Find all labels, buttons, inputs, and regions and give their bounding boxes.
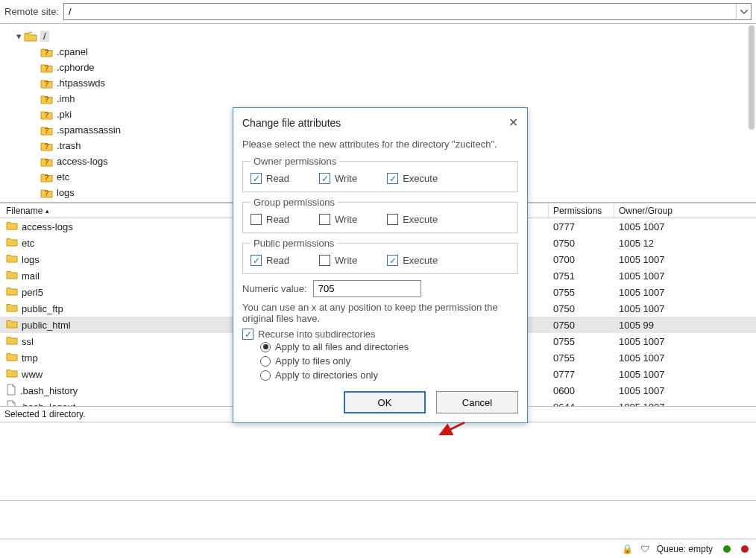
svg-text:?: ? xyxy=(44,80,48,88)
group-execute-checkbox[interactable]: Execute xyxy=(387,214,438,225)
tree-root-row[interactable]: ▾ / xyxy=(3,28,753,44)
ok-button[interactable]: OK xyxy=(344,391,426,413)
file-owner: 1005 1007 xyxy=(614,385,756,396)
tree-item-label: etc xyxy=(57,171,69,183)
file-icon xyxy=(6,400,16,407)
remote-path-dropdown-button[interactable] xyxy=(736,4,751,19)
group-read-checkbox[interactable]: Read xyxy=(251,214,289,225)
unknown-folder-icon: ? xyxy=(40,47,54,57)
apply-dirs-radio[interactable]: Apply to directories only xyxy=(242,368,518,382)
owner-read-checkbox[interactable]: Read xyxy=(251,173,289,184)
apply-all-radio[interactable]: Apply to all files and directories xyxy=(242,340,518,354)
folder-icon xyxy=(6,302,18,314)
cancel-button[interactable]: Cancel xyxy=(436,391,518,413)
tree-item-label: .cpanel xyxy=(57,46,88,57)
file-owner: 1005 1007 xyxy=(614,352,756,364)
svg-text:?: ? xyxy=(44,111,48,119)
tree-item[interactable]: ?.imh xyxy=(3,91,753,107)
svg-text:?: ? xyxy=(44,64,48,72)
tree-item-label: .cphorde xyxy=(57,62,95,73)
file-owner: 1005 1007 xyxy=(614,303,756,314)
tree-item[interactable]: ?.cpanel xyxy=(3,44,753,60)
folder-icon xyxy=(6,335,18,347)
column-header-permissions[interactable]: Permissions xyxy=(549,203,614,218)
file-owner: 1005 1007 xyxy=(614,254,756,265)
folder-icon xyxy=(6,352,18,364)
tree-item[interactable]: ?.htpasswds xyxy=(3,75,753,91)
folder-icon xyxy=(6,368,18,380)
file-owner: 1005 99 xyxy=(614,320,756,331)
scrollbar-thumb[interactable] xyxy=(749,25,755,130)
tree-item[interactable]: ?.cphorde xyxy=(3,60,753,75)
remote-path-combo[interactable] xyxy=(63,3,752,20)
file-permissions: 0750 xyxy=(549,238,614,249)
tree-item-label: access-logs xyxy=(57,156,108,167)
file-owner: 1005 12 xyxy=(614,238,756,249)
folder-icon xyxy=(6,221,18,232)
public-execute-checkbox[interactable]: Execute xyxy=(387,255,438,266)
shield-icon: 🛡 xyxy=(640,544,649,554)
transfer-queue-area xyxy=(0,422,756,501)
file-owner: 1005 1007 xyxy=(614,270,756,282)
tree-item-label: .imh xyxy=(57,93,75,104)
numeric-value-input[interactable] xyxy=(313,280,421,297)
close-icon[interactable]: ✕ xyxy=(508,115,518,130)
file-name: logs xyxy=(22,254,40,265)
file-permissions: 0755 xyxy=(549,287,614,298)
file-permissions: 0700 xyxy=(549,254,614,265)
svg-text:?: ? xyxy=(44,158,48,166)
file-name: public_ftp xyxy=(22,303,63,314)
file-owner: 1005 1007 xyxy=(614,402,756,407)
folder-icon xyxy=(6,237,18,249)
tree-root-label: / xyxy=(40,31,49,42)
folder-icon xyxy=(6,286,18,298)
owner-execute-checkbox[interactable]: Execute xyxy=(387,173,438,184)
status-led-green xyxy=(723,545,731,553)
unknown-folder-icon: ? xyxy=(40,156,54,167)
file-name: tmp xyxy=(22,352,38,364)
change-attributes-dialog: Change file attributes ✕ Please select t… xyxy=(233,107,528,423)
lock-icon: 🔒 xyxy=(622,544,633,554)
column-header-owner[interactable]: Owner/Group xyxy=(614,206,756,216)
file-permissions: 0755 xyxy=(549,336,614,347)
remote-site-label: Remote site: xyxy=(4,6,59,17)
file-permissions: 0600 xyxy=(549,385,614,396)
unknown-folder-icon: ? xyxy=(40,78,54,89)
public-read-checkbox[interactable]: Read xyxy=(251,255,289,266)
file-owner: 1005 1007 xyxy=(614,287,756,298)
file-icon xyxy=(6,384,16,398)
file-permissions: 0777 xyxy=(549,221,614,232)
svg-text:?: ? xyxy=(44,174,48,182)
tree-item-label: .pki xyxy=(57,109,72,120)
svg-text:?: ? xyxy=(44,142,48,150)
folder-icon xyxy=(6,319,18,331)
group-write-checkbox[interactable]: Write xyxy=(319,214,357,225)
dialog-description: Please select the new attributes for the… xyxy=(242,139,518,150)
queue-status: Queue: empty xyxy=(657,544,713,554)
unknown-folder-icon: ? xyxy=(40,63,54,73)
unknown-folder-icon: ? xyxy=(40,110,54,120)
recurse-checkbox[interactable]: Recurse into subdirectories xyxy=(242,329,518,340)
file-owner: 1005 1007 xyxy=(614,369,756,380)
apply-files-radio[interactable]: Apply to files only xyxy=(242,354,518,368)
chevron-down-icon xyxy=(740,10,748,14)
public-write-checkbox[interactable]: Write xyxy=(319,255,357,266)
tree-collapse-icon[interactable]: ▾ xyxy=(13,31,24,42)
file-owner: 1005 1007 xyxy=(614,336,756,347)
file-name: .bash_history xyxy=(20,385,78,396)
file-permissions: 0750 xyxy=(549,320,614,331)
svg-text:?: ? xyxy=(44,189,48,197)
unknown-folder-icon: ? xyxy=(40,94,54,104)
unknown-folder-icon: ? xyxy=(40,125,54,136)
numeric-value-label: Numeric value: xyxy=(242,283,307,294)
sort-asc-icon: ▴ xyxy=(45,207,49,215)
tree-item-label: .trash xyxy=(57,140,81,151)
owner-write-checkbox[interactable]: Write xyxy=(319,173,357,184)
remote-path-input[interactable] xyxy=(64,4,736,19)
unknown-folder-icon: ? xyxy=(40,172,54,183)
remote-site-bar: Remote site: xyxy=(0,0,756,24)
dialog-title: Change file attributes xyxy=(242,117,341,129)
file-name: public_html xyxy=(22,320,71,331)
numeric-hint: You can use an x at any position to keep… xyxy=(242,302,518,324)
file-permissions: 0777 xyxy=(549,369,614,380)
